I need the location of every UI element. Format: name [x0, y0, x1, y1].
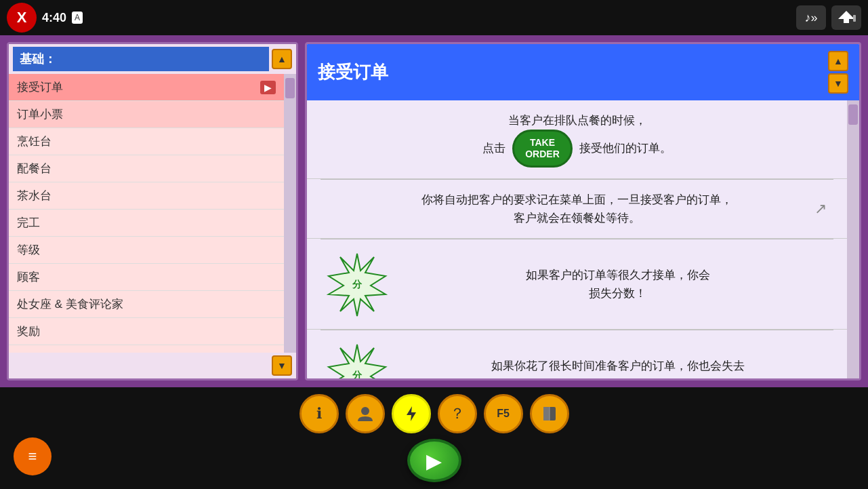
scroll-up-button[interactable]: ▲: [272, 49, 292, 69]
main-content: 基础： ▲ 接受订单 订单小票 烹饪台 配餐台 茶水台: [0, 35, 868, 387]
sidebar-item-serving[interactable]: 配餐台: [9, 155, 284, 182]
section3-text: 如果客户的订单等很久才接单，你会损失分数！: [405, 266, 831, 302]
right-panel-title: 接受订单: [318, 60, 388, 84]
penalty-badge-1: 分: [323, 250, 391, 318]
sidebar-item-staff[interactable]: 服务员 & 餐厅: [9, 345, 284, 353]
right-scroll-down-button[interactable]: ▼: [828, 73, 848, 94]
sidebar-item-level[interactable]: 等级: [9, 237, 284, 264]
sidebar-item-kitchen[interactable]: 烹饪台: [9, 128, 284, 155]
sidebar-item-customer[interactable]: 顾客: [9, 264, 284, 291]
wifi-battery-icon: [831, 5, 861, 30]
svg-text:分: 分: [352, 370, 363, 378]
top-bar-left: X 4:40 A: [7, 3, 83, 33]
scroll-down-button[interactable]: ▼: [272, 355, 292, 376]
svg-marker-8: [407, 406, 416, 421]
svg-point-7: [361, 407, 369, 415]
info-button[interactable]: ℹ: [299, 394, 339, 433]
keyboard-icon: A: [72, 12, 83, 24]
sidebar-item-critic[interactable]: 处女座 & 美食评论家: [9, 291, 284, 318]
svg-rect-1: [844, 19, 849, 23]
bottom-bar: ℹ ？ F5 ▶ ≡: [0, 387, 868, 489]
cursor-icon: ↗: [814, 200, 827, 218]
play-button[interactable]: ▶: [407, 439, 461, 482]
sidebar-item-accept-order[interactable]: 接受订单: [9, 74, 284, 101]
right-scrollbar[interactable]: [847, 100, 859, 378]
top-bar: X 4:40 A ♪»: [0, 0, 868, 35]
app-logo: X: [7, 3, 37, 33]
take-order-button[interactable]: TAKE ORDER: [512, 130, 573, 168]
top-bar-right: ♪»: [796, 5, 861, 30]
svg-marker-0: [838, 11, 854, 19]
section4-text: 如果你花了很长时间准备客户的订单，你也会失去分数！: [405, 357, 831, 378]
left-panel: 基础： ▲ 接受订单 订单小票 烹饪台 配餐台 茶水台: [7, 42, 298, 380]
svg-text:分: 分: [352, 279, 363, 290]
section1-text: 当客户在排队点餐的时候， 点击 TAKE ORDER 接受他们的订单。: [323, 111, 831, 168]
sidebar-item-tea[interactable]: 茶水台: [9, 182, 284, 210]
svg-rect-10: [543, 407, 550, 420]
left-scroll-thumb: [285, 78, 295, 98]
person-button[interactable]: [346, 394, 385, 433]
section-auto-record: 你将自动把客户的要求记在菜单上面，一旦接受客户的订单，客户就会在领餐处等待。 ↗: [307, 180, 847, 239]
left-scrollbar[interactable]: [284, 74, 296, 353]
f5-button[interactable]: F5: [484, 394, 523, 433]
section2-text: 你将自动把客户的要求记在菜单上面，一旦接受客户的订单，客户就会在领餐处等待。: [323, 191, 831, 227]
left-panel-header: 基础：: [13, 47, 269, 71]
section-late-penalty: 分 如果客户的订单等很久才接单，你会损失分数！: [307, 239, 847, 330]
clock-display: 4:40: [42, 11, 66, 25]
penalty-badge-2: 分: [323, 341, 391, 378]
question-button[interactable]: ？: [438, 394, 477, 433]
right-scroll-up-button[interactable]: ▲: [828, 51, 848, 71]
svg-rect-2: [853, 15, 856, 22]
sidebar-item-receipt[interactable]: 订单小票: [9, 101, 284, 128]
right-panel: 接受订单 ▲ ▼ 当客户在排队点餐的时候， 点击 TAKE O: [305, 42, 861, 380]
music-icon[interactable]: ♪»: [796, 5, 826, 30]
flash-button[interactable]: [392, 394, 431, 433]
menu-button[interactable]: ≡: [14, 437, 51, 475]
sidebar-item-reward[interactable]: 奖励: [9, 318, 284, 345]
right-panel-body: 当客户在排队点餐的时候， 点击 TAKE ORDER 接受他们的订单。: [307, 100, 859, 378]
right-panel-header: 接受订单 ▲ ▼: [307, 44, 859, 100]
bottom-icons-row: ℹ ？ F5: [299, 394, 569, 433]
book-button[interactable]: [530, 394, 569, 433]
section-take-order: 当客户在排队点餐的时候， 点击 TAKE ORDER 接受他们的订单。: [307, 100, 847, 179]
sidebar-item-done[interactable]: 完工: [9, 210, 284, 237]
section-slow-prep-penalty: 分 如果你花了很长时间准备客户的订单，你也会失去分数！: [307, 330, 847, 378]
right-scroll-thumb: [848, 104, 858, 125]
left-nav-list: 接受订单 订单小票 烹饪台 配餐台 茶水台 完工 等级: [9, 74, 284, 353]
